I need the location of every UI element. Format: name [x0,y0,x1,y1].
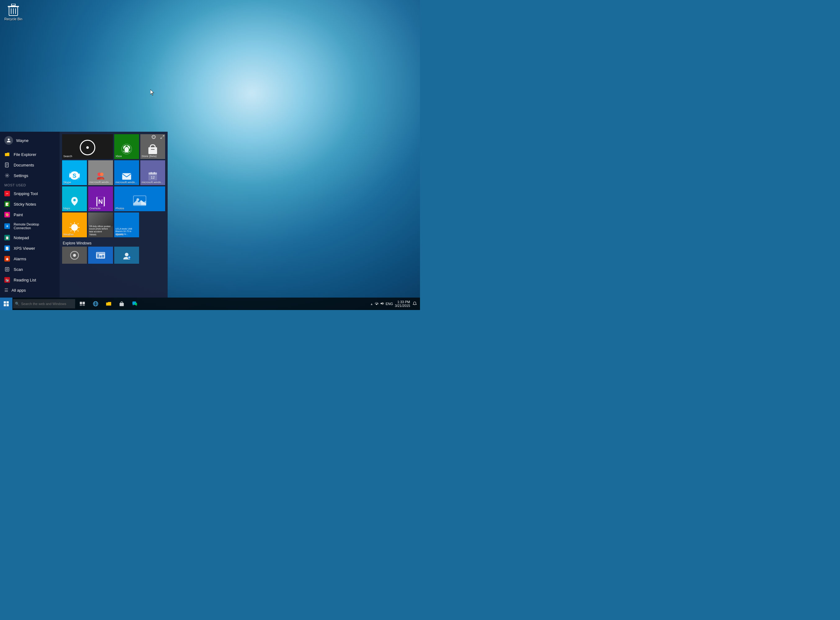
svg-rect-16 [5,268,9,271]
sticky-notes-label: Sticky Notes [14,202,36,206]
time-display: 1:33 PM [398,300,410,304]
user-name: Wayne [16,138,28,143]
reading-list-label: Reading List [14,278,36,282]
taskbar-store-button[interactable] [116,298,128,310]
scan-icon [4,266,10,272]
tile-maps-label: Maps [63,207,70,210]
settings-label: Settings [14,173,28,178]
recycle-bin-icon [7,4,20,16]
documents-icon [4,162,10,168]
search-circle [80,140,95,155]
taskbar-language-icon[interactable]: ENG [386,302,393,305]
taskbar-chat-button[interactable] [129,298,141,310]
svg-rect-49 [97,254,99,257]
sidebar-item-notepad[interactable]: 📋 Notepad [0,232,60,243]
start-menu-left-panel: Wayne [0,132,60,298]
tile-photos-label: Photos [116,207,124,210]
remote-desktop-icon: 🖥 [4,223,10,229]
sidebar-item-alarms[interactable]: ⏰ Alarms [0,253,60,264]
tile-sports-label: Sports [116,233,123,236]
sidebar-item-file-explorer[interactable]: File Explorer [0,149,60,160]
tile-store-label: Store (Beta) [141,155,157,158]
sidebar-item-sticky-notes[interactable]: 📝 Sticky Notes [0,199,60,209]
svg-line-45 [70,230,71,232]
cortana-dot [86,146,89,149]
taskbar-show-hidden-icon[interactable]: ▲ [370,302,373,305]
tile-news-label: News [89,233,96,236]
sidebar-item-snipping-tool[interactable]: ✂ Snipping Tool [0,188,60,199]
svg-line-43 [78,230,78,232]
file-explorer-label: File Explorer [14,152,36,157]
skype-icon: S [69,170,80,181]
taskbar-volume-icon[interactable] [380,302,384,306]
maps-icon [70,196,79,208]
taskbar-ie-button[interactable] [89,298,102,310]
svg-rect-50 [100,255,102,257]
tile-ms1[interactable]: microsoft.windo... [88,160,113,185]
taskbar-app-icons [76,298,141,310]
ms1-icon [96,171,105,181]
recycle-bin[interactable]: Recycle Bin [3,3,24,22]
sidebar-item-documents[interactable]: Documents [0,160,60,170]
start-user[interactable]: Wayne [0,132,60,149]
svg-point-15 [6,175,8,176]
expand-button[interactable] [159,134,165,141]
explore-tile-3[interactable] [114,247,139,264]
taskbar-system-tray: ▲ ENG 1:33 PM 3/2 [370,300,420,307]
tile-ms3-label: microsoft.windo... [141,181,163,184]
taskbar-search-container: 🔍 [12,299,75,308]
explore-tile-2[interactable] [88,247,113,264]
taskbar-task-view-button[interactable] [76,298,89,310]
start-menu: Wayne [0,132,168,298]
taskbar-file-explorer-button[interactable] [102,298,115,310]
svg-rect-60 [80,302,82,304]
svg-rect-20 [148,147,157,154]
tile-sports[interactable]: UCLA beats UAB Blazers 92-75 to advance … [114,212,139,237]
svg-point-52 [125,253,129,256]
svg-rect-63 [82,305,85,305]
paint-icon: 🎨 [4,212,10,217]
sidebar-item-settings[interactable]: Settings [0,170,60,181]
snipping-tool-label: Snipping Tool [14,191,38,196]
tile-weather[interactable]: Weather [62,212,87,237]
taskbar-clock[interactable]: 1:33 PM 3/21/2015 [395,300,410,307]
alarms-label: Alarms [14,257,26,261]
tile-skype[interactable]: S Skype [62,160,87,185]
tile-xbox[interactable]: Xbox [114,134,139,159]
news-headline: Off-duty officer posted booze photo befo… [89,225,112,233]
taskbar-notification-button[interactable] [412,301,417,307]
tile-ms3[interactable]: 12 microsoft.windo... [140,160,165,185]
taskbar-search-input[interactable] [13,299,75,308]
taskbar-start-button[interactable] [0,298,12,310]
all-apps-button[interactable]: ☰ All apps [0,285,60,295]
explore-section: Explore Windows [62,240,165,264]
tile-skype-label: Skype [63,181,71,184]
tile-news[interactable]: Off-duty officer posted booze photo befo… [88,212,113,237]
sidebar-item-remote-desktop[interactable]: 🖥 Remote Desktop Connection [0,220,60,232]
tile-ms2[interactable]: microsoft.windo... [114,160,139,185]
tile-photos[interactable]: Photos [114,187,165,211]
sidebar-item-scan[interactable]: Scan [0,264,60,275]
taskbar-sys-icons: ▲ ENG [370,302,393,306]
svg-text:S: S [73,173,76,179]
taskbar-network-icon[interactable] [374,302,379,306]
tiles-grid: Search Xbox [62,134,165,237]
svg-point-37 [71,224,78,231]
svg-point-31 [73,199,76,202]
svg-line-42 [70,223,71,224]
explore-tile-1[interactable] [62,247,87,264]
desktop: Recycle Bin Wayne [0,0,420,310]
remote-desktop-label: Remote Desktop Connection [14,223,55,230]
power-button[interactable] [151,134,156,141]
tile-search[interactable]: Search [62,134,113,159]
tile-maps[interactable]: Maps [62,187,87,211]
sidebar-item-paint[interactable]: 🎨 Paint [0,209,60,220]
notepad-label: Notepad [14,235,29,240]
sidebar-item-xps-viewer[interactable]: 📑 XPS Viewer [0,243,60,253]
explore-label: Explore Windows [62,240,165,247]
taskbar-search-icon: 🔍 [15,302,20,306]
sidebar-item-reading-list[interactable]: 📚 Reading List [0,275,60,285]
svg-marker-72 [381,302,383,305]
tile-onenote[interactable]: N OneNote [88,187,113,211]
weather-icon [69,222,80,233]
